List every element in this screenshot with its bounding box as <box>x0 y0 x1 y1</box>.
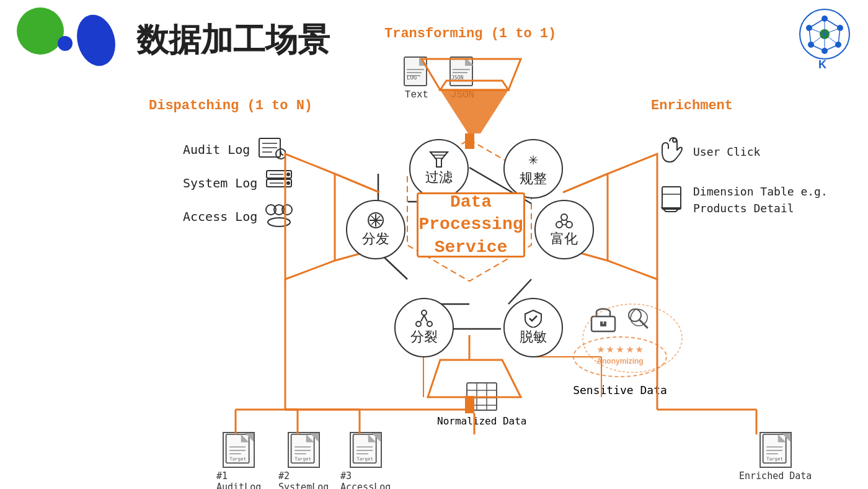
svg-point-36 <box>17 7 64 55</box>
svg-rect-89 <box>662 187 681 209</box>
sensitive-data-label: Sensitive Data <box>573 384 667 397</box>
user-click-item: User Click <box>657 137 760 167</box>
dispatch-label: 分发 <box>362 230 389 248</box>
split-node: 分裂 <box>394 298 454 357</box>
transforming-header: Transforming (1 to 1) <box>384 26 556 42</box>
svg-point-108 <box>427 321 432 326</box>
svg-line-52 <box>809 19 825 28</box>
system-log-icon <box>265 169 293 197</box>
text-label: Text <box>405 89 428 101</box>
svg-text:Target: Target <box>229 456 246 462</box>
enrichment-header: Enrichment <box>651 98 733 114</box>
svg-line-57 <box>811 34 825 45</box>
filter-label: 过滤 <box>425 168 453 187</box>
normalize-node: ✳ 规整 <box>503 139 563 199</box>
svg-point-81 <box>286 181 290 185</box>
svg-marker-92 <box>430 152 448 167</box>
page-title: 数据加工场景 <box>136 19 330 62</box>
target-system-log: Target #2SystemLog <box>278 432 329 489</box>
svg-text:Target: Target <box>356 456 373 462</box>
normalize-label: 规整 <box>520 169 547 188</box>
normalized-data: Normalized Data <box>437 382 527 427</box>
central-label: Data ProcessingService <box>418 191 523 259</box>
dispatch-node: 分发 <box>346 200 405 259</box>
desensitize-node: 脱敏 <box>503 298 563 357</box>
svg-text:K: K <box>818 58 826 71</box>
svg-text:Anonymizing: Anonymizing <box>596 357 643 366</box>
enrich-node: 富化 <box>534 200 594 259</box>
svg-text:Target: Target <box>766 456 783 462</box>
system-log-item: System Log <box>183 169 293 197</box>
enriched-data-label: Enriched Data <box>739 470 812 482</box>
audit-log-icon <box>257 135 286 164</box>
logo-right: K <box>794 6 856 74</box>
svg-point-38 <box>58 36 73 51</box>
dimension-table-label: Dimension Table e.g. Products Detail <box>693 183 868 217</box>
svg-point-80 <box>286 173 290 176</box>
access-log-icon <box>265 202 293 231</box>
central-box: Data ProcessingService <box>417 192 525 258</box>
normalized-data-label: Normalized Data <box>437 415 527 427</box>
svg-point-37 <box>71 11 121 68</box>
desensitize-label: 脱敏 <box>520 328 547 346</box>
svg-line-12 <box>384 258 407 279</box>
svg-text:JSON: JSON <box>451 75 463 81</box>
svg-line-18 <box>563 174 608 192</box>
box-icon <box>657 186 684 220</box>
json-label: JSON <box>451 89 474 101</box>
target-2-label: #2SystemLog <box>278 470 329 489</box>
target-audit-log: Target #1AuditLog <box>216 432 261 489</box>
system-log-label: System Log <box>183 176 257 191</box>
svg-point-100 <box>561 214 567 220</box>
access-log-label: Access Log <box>183 209 257 224</box>
svg-text:Target: Target <box>294 456 311 462</box>
svg-line-109 <box>421 315 424 321</box>
enrich-label: 富化 <box>551 230 578 248</box>
svg-point-107 <box>416 321 421 326</box>
dimension-table-item: Dimension Table e.g. Products Detail <box>657 183 868 220</box>
audit-log-item: Audit Log <box>183 135 286 164</box>
text-file-icon: LOG Text <box>403 56 430 101</box>
target-1-label: #1AuditLog <box>216 470 261 489</box>
svg-line-49 <box>825 45 838 51</box>
svg-point-87 <box>268 218 290 227</box>
target-3-label: #3AccessLog <box>340 470 391 489</box>
user-click-label: User Click <box>693 145 760 158</box>
input-icons: LOG Text JSON JSON <box>403 56 476 101</box>
logo-left <box>6 6 124 74</box>
svg-line-47 <box>825 19 840 28</box>
target-file-3: Target <box>350 432 382 468</box>
filter-node: 过滤 <box>409 139 469 199</box>
svg-rect-3 <box>465 133 474 149</box>
dispatching-header: Dispatching (1 to N) <box>149 98 312 114</box>
svg-rect-111 <box>467 383 497 410</box>
target-access-log: Target #3AccessLog <box>340 432 391 489</box>
svg-point-102 <box>566 222 572 228</box>
json-file-icon: JSON JSON <box>449 56 476 101</box>
svg-line-77 <box>281 154 283 155</box>
svg-point-88 <box>673 138 676 142</box>
svg-line-16 <box>335 174 379 192</box>
audit-log-label: Audit Log <box>183 142 250 157</box>
click-icon <box>657 137 684 167</box>
svg-text:★ ★ ★ ★ ★: ★ ★ ★ ★ ★ <box>597 345 643 354</box>
target-file-1: Target <box>223 432 255 468</box>
target-file-2: Target <box>288 432 320 468</box>
target-enriched-data: Target Enriched Data <box>739 432 812 482</box>
svg-line-55 <box>825 34 838 45</box>
access-log-item: Access Log <box>183 202 293 231</box>
svg-point-106 <box>422 310 427 315</box>
svg-line-50 <box>811 45 825 51</box>
svg-line-110 <box>424 315 427 321</box>
target-file-enriched: Target <box>760 432 792 468</box>
sensitive-data-area: ★ ★ ★ ★ ★ Anonymizing Sensitive Data <box>570 304 670 397</box>
svg-point-101 <box>556 222 562 228</box>
split-label: 分裂 <box>410 328 438 346</box>
